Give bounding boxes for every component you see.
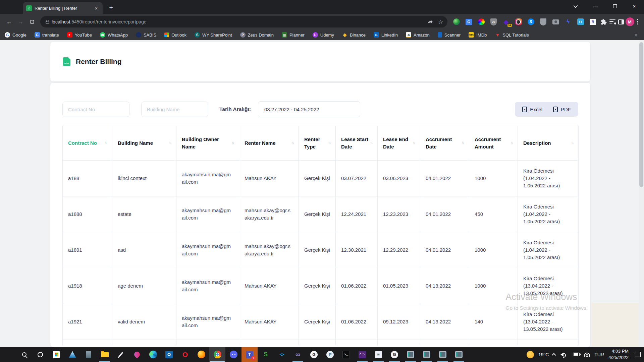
tab-close-icon[interactable]: × [93,5,99,11]
green-swirl-app[interactable]: S [258,347,274,362]
calculator-app[interactable] [80,347,97,362]
edge-app[interactable] [145,347,161,362]
opera-app[interactable]: O [177,347,193,362]
browser-tab[interactable]: ⌂ Renter Billing | Renter × [23,2,103,14]
bookmark-sql-tutorials[interactable]: ▼SQL Tutorials [495,32,529,38]
bookmark-imdb[interactable]: IMDbIMDb [469,32,487,38]
profile-avatar[interactable]: M [626,17,634,26]
date-range-input[interactable]: 03.27.2022 - 04.25.2022 [258,101,360,117]
bookmark-scanner[interactable]: Scanner [438,32,461,38]
bookmark-sabi-s[interactable]: SABİS [136,32,156,38]
bookmark-linkedin[interactable]: inLinkedIn [374,32,398,38]
tab-search-icon[interactable] [566,0,586,12]
wifi-icon[interactable] [584,353,590,357]
scrollbar-thumb[interactable] [639,42,643,187]
column-header-accrument-amount[interactable]: Accrument Amount↑↓ [469,126,518,161]
vscode-app[interactable]: <> [274,347,290,362]
white-circle-app-2[interactable]: G [386,347,402,362]
bookmark-binance[interactable]: ◆Binance [342,32,366,38]
sort-icon[interactable]: ↑↓ [169,140,171,146]
back-icon[interactable]: ← [3,16,15,27]
snip-sketch-app[interactable] [113,347,129,362]
column-header-building-owner-name[interactable]: Building Owner Name↑↓ [176,126,239,161]
cortana-button[interactable] [32,347,48,362]
remote-window-app-3[interactable] [435,347,451,362]
b-extension-icon[interactable]: B [589,17,597,26]
purple-console-app[interactable]: C:\ [354,347,370,362]
bookmark-whatsapp[interactable]: ☎WhatsApp [100,32,128,38]
column-header-lease-start-date[interactable]: Lease Start Date↑↓ [336,126,378,161]
sort-icon[interactable]: ↑↓ [231,140,233,146]
sort-icon[interactable]: ↑↓ [462,140,464,146]
sort-icon[interactable]: ↑↓ [571,140,573,146]
building-name-input[interactable] [141,102,208,117]
forward-icon[interactable]: → [15,16,26,27]
column-header-renter-type[interactable]: Renter Type↑↓ [299,126,336,161]
media-playlist-icon[interactable] [608,17,617,26]
excel-export-button[interactable]: x Excel [517,102,548,117]
fonts-extension-icon[interactable]: FI [576,17,585,26]
teams-app[interactable]: T1 [241,347,258,362]
close-button[interactable]: × [625,0,644,12]
side-panel-icon[interactable] [617,17,626,26]
pdf-export-button[interactable]: ▾ PDF [548,102,576,117]
language-indicator[interactable]: TUR [594,352,604,357]
maximize-button[interactable] [605,0,625,12]
extensions-puzzle-icon[interactable] [599,17,608,26]
sort-icon[interactable]: ↑↓ [510,140,512,146]
lock-icon[interactable] [46,21,49,24]
page-scrollbar[interactable] [639,40,644,347]
start-button[interactable] [0,347,16,362]
sort-icon[interactable]: ↑↓ [291,140,293,146]
bookmark-star-icon[interactable]: ☆ [438,18,443,25]
camera-ring-extension-icon[interactable] [514,17,523,26]
bookmark-wy-sharepoint[interactable]: SWY SharePoint [195,32,232,38]
bookmarks-overflow-icon[interactable]: » [633,32,639,38]
outlook-app[interactable]: O [161,347,177,362]
sort-icon[interactable]: ↑↓ [413,140,415,146]
temperature-label[interactable]: 19°C [538,352,549,357]
bookmark-translate[interactable]: Gtranslate [35,32,59,38]
cmd-app[interactable]: >_ [338,347,354,362]
volume-icon[interactable] [560,353,569,357]
column-header-contract-no[interactable]: Contract No↑↓ [63,126,112,161]
weather-icon[interactable] [527,351,534,358]
clock[interactable]: 4:03 PM 4/25/2022 [608,348,629,360]
tray-expand-icon[interactable] [552,353,556,357]
screenshot-camera-extension-icon[interactable] [551,17,560,26]
battery-icon[interactable] [573,353,580,356]
notepad-app[interactable]: ≡ [370,347,386,362]
paint3d-app[interactable] [129,347,145,362]
remote-window-app-4[interactable] [451,347,467,362]
remote-window-app-1[interactable] [402,347,419,362]
visual-studio-app[interactable]: ∞ [290,347,306,362]
idm-extension-icon[interactable] [452,17,461,26]
shield-clock-extension-icon[interactable] [539,17,548,26]
remote-window-app-2[interactable] [419,347,435,362]
google-translate-extension-icon[interactable]: G [465,17,473,26]
bookmark-youtube[interactable]: ▶YouTube [67,32,92,38]
bookmark-google[interactable]: GGoogle [5,32,26,38]
contract-no-input[interactable] [62,102,129,117]
bookmark-udemy[interactable]: UUdemy [313,32,334,38]
bookmark-outlook[interactable]: Outlook [164,33,186,38]
column-header-lease-end-date[interactable]: Lease End Date↑↓ [378,126,420,161]
reload-icon[interactable] [26,16,38,27]
file-explorer-app[interactable] [97,347,113,362]
bookmark-planner[interactable]: ▦Planner [282,32,305,38]
microsoft-store-app[interactable] [48,347,64,362]
share-icon[interactable] [427,19,433,25]
color-wheel-extension-icon[interactable] [477,17,486,26]
discord-app[interactable] [225,347,241,362]
movies-tv-app[interactable] [64,347,80,362]
action-center-icon[interactable] [635,352,641,357]
column-header-accrument-date[interactable]: Accrument Date↑↓ [420,126,469,161]
white-circle-app-1[interactable]: G [306,347,322,362]
ublock-origin-extension-icon[interactable]: UO [489,17,498,26]
purple-diamond-extension-icon[interactable]: ◆34 [502,17,511,26]
firefox-app[interactable] [193,347,209,362]
bookmark-amazon[interactable]: aAmazon [406,32,430,38]
new-tab-button[interactable]: + [107,3,115,12]
sort-icon[interactable]: ↑↓ [370,140,372,146]
column-header-description[interactable]: Description↑↓ [518,126,579,161]
